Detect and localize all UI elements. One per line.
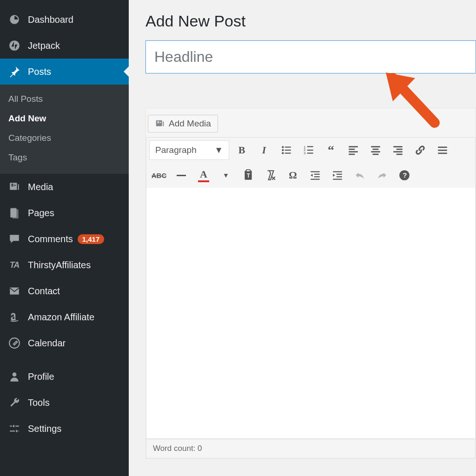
submenu-categories[interactable]: Categories — [0, 128, 129, 148]
svg-rect-20 — [349, 151, 358, 152]
add-media-button[interactable]: Add Media — [148, 115, 218, 132]
posts-submenu: All Posts Add New Categories Tags — [0, 85, 129, 174]
sidebar-item-label: Pages — [28, 208, 54, 218]
svg-point-1 — [14, 185, 16, 186]
sidebar-item-label: Jetpack — [28, 40, 60, 51]
svg-text:T: T — [247, 172, 251, 179]
admin-sidebar: Dashboard Jetpack Posts All Posts Add Ne… — [0, 0, 129, 476]
svg-rect-28 — [393, 151, 403, 152]
text-color-dropdown[interactable]: ▼ — [216, 165, 236, 185]
sidebar-item-thirstyaffiliates[interactable]: TA ThirstyAffiliates — [0, 252, 129, 278]
svg-rect-43 — [333, 179, 342, 180]
svg-rect-15 — [307, 150, 313, 151]
special-character-button[interactable]: Ω — [283, 165, 303, 185]
sidebar-item-media[interactable]: Media — [0, 174, 129, 200]
bullet-list-button[interactable] — [277, 140, 296, 160]
word-count: Word count: 0 — [153, 444, 202, 453]
pin-icon — [7, 65, 21, 79]
svg-rect-22 — [371, 146, 380, 147]
dashboard-icon — [7, 13, 21, 26]
sidebar-item-label: Posts — [28, 66, 51, 77]
svg-rect-31 — [438, 150, 447, 151]
chevron-down-icon: ▼ — [214, 145, 223, 155]
undo-button[interactable] — [350, 165, 370, 185]
strikethrough-button[interactable]: ABC — [149, 165, 169, 185]
profile-icon — [7, 370, 21, 383]
format-select-label: Paragraph — [155, 145, 197, 155]
italic-button[interactable]: I — [254, 140, 274, 160]
redo-button[interactable] — [372, 165, 392, 185]
help-button[interactable]: ? — [395, 165, 414, 185]
svg-rect-19 — [349, 149, 355, 150]
sidebar-item-profile[interactable]: Profile — [0, 364, 129, 390]
svg-rect-13 — [307, 146, 313, 147]
sidebar-item-dashboard[interactable]: Dashboard — [0, 7, 129, 33]
sidebar-item-label: Calendar — [28, 338, 66, 349]
svg-rect-41 — [337, 174, 342, 175]
format-select[interactable]: Paragraph ▼ — [149, 140, 229, 160]
sidebar-item-label: Media — [28, 182, 53, 192]
post-title-input[interactable] — [145, 40, 476, 73]
sidebar-item-contact[interactable]: Contact — [0, 278, 129, 304]
editor-container: Add Media Paragraph ▼ B I 123 “ — [145, 108, 476, 459]
sidebar-item-calendar[interactable]: Calendar — [0, 330, 129, 356]
sidebar-item-label: Settings — [28, 423, 61, 434]
sidebar-item-tools[interactable]: Tools — [0, 390, 129, 416]
indent-button[interactable] — [328, 165, 347, 185]
editor-toolbar: Paragraph ▼ B I 123 “ — [146, 137, 476, 188]
media-icon — [155, 119, 165, 129]
wrench-icon — [7, 396, 21, 410]
svg-rect-18 — [349, 146, 358, 147]
svg-rect-39 — [311, 179, 320, 180]
submenu-all-posts[interactable]: All Posts — [0, 89, 129, 109]
jetpack-icon — [7, 39, 21, 53]
link-button[interactable] — [410, 140, 430, 160]
amazon-icon — [7, 310, 21, 324]
sidebar-item-label: ThirstyAffiliates — [28, 260, 91, 271]
text-color-button[interactable]: A — [194, 165, 213, 185]
svg-point-0 — [9, 40, 20, 51]
align-left-button[interactable] — [344, 140, 363, 160]
svg-rect-17 — [307, 152, 313, 153]
more-button[interactable] — [433, 140, 452, 160]
svg-point-5 — [160, 122, 161, 123]
blockquote-button[interactable]: “ — [321, 140, 341, 160]
svg-rect-37 — [314, 174, 320, 175]
numbered-list-button[interactable]: 123 — [299, 140, 318, 160]
sidebar-item-label: Contact — [28, 286, 60, 297]
sidebar-item-posts[interactable]: Posts — [0, 59, 129, 85]
media-row: Add Media — [146, 108, 476, 137]
svg-rect-21 — [349, 154, 355, 155]
svg-point-6 — [282, 146, 284, 148]
svg-rect-30 — [438, 146, 447, 148]
sidebar-item-label: Comments — [28, 234, 73, 245]
clear-formatting-button[interactable] — [261, 165, 280, 185]
submenu-tags[interactable]: Tags — [0, 148, 129, 167]
horizontal-rule-button[interactable] — [172, 165, 191, 185]
editor-canvas[interactable] — [146, 188, 476, 439]
sidebar-item-comments[interactable]: Comments 1,417 — [0, 226, 129, 252]
svg-rect-38 — [314, 176, 320, 177]
mail-icon — [7, 284, 21, 298]
svg-rect-9 — [285, 150, 291, 151]
add-media-label: Add Media — [169, 119, 211, 129]
submenu-add-new[interactable]: Add New — [0, 109, 129, 128]
svg-rect-7 — [285, 146, 291, 147]
sliders-icon — [7, 422, 21, 436]
svg-point-10 — [282, 152, 284, 154]
svg-point-8 — [282, 149, 284, 151]
bold-button[interactable]: B — [232, 140, 251, 160]
sidebar-item-label: Tools — [28, 397, 50, 408]
sidebar-item-settings[interactable]: Settings — [0, 416, 129, 442]
align-right-button[interactable] — [388, 140, 408, 160]
paste-text-button[interactable]: T — [238, 165, 258, 185]
sidebar-item-jetpack[interactable]: Jetpack — [0, 33, 129, 59]
align-center-button[interactable] — [366, 140, 385, 160]
sidebar-item-pages[interactable]: Pages — [0, 200, 129, 226]
sidebar-item-amazon-affiliate[interactable]: Amazon Affiliate — [0, 304, 129, 330]
svg-rect-29 — [397, 154, 403, 155]
outdent-button[interactable] — [305, 165, 325, 185]
svg-rect-27 — [397, 149, 403, 150]
calendar-icon — [7, 336, 21, 350]
editor-status-bar: Word count: 0 — [146, 439, 476, 458]
